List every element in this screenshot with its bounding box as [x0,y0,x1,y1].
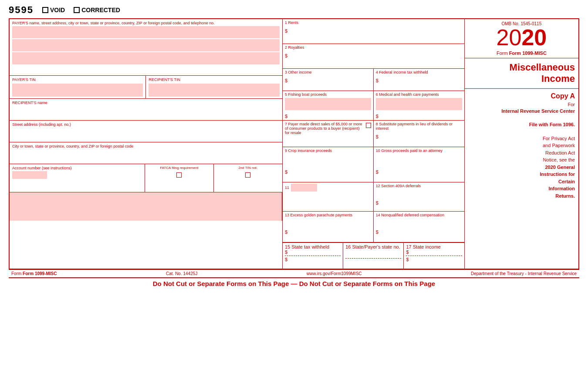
box14-input[interactable] [376,235,462,241]
corrected-option[interactable]: CORRECTED [74,7,120,13]
title-line1: Miscellaneous [510,62,575,73]
state-pink-area[interactable] [10,192,282,221]
box11-input[interactable] [291,184,317,192]
recipient-name-box: RECIPIENT'S name [10,99,282,121]
title-box: Miscellaneous Income [465,58,578,88]
account-label: Account number (see instructions) [12,166,142,170]
box910-row: 9 Crop insurance proceeds $ 10 Gross pro… [283,147,464,182]
box16-input1[interactable] [345,249,401,257]
fatca-box: FATCA filing requirement [145,164,214,192]
box14-label: 14 Nonqualified deferred compensation [376,213,462,217]
year-bold: 20 [521,25,547,50]
box13-label: 13 Excess golden parachute payments [285,213,371,217]
notice-line8: Information [548,186,575,191]
box1-input[interactable] [285,34,462,42]
fatca-checkbox[interactable] [176,172,182,178]
state-boxes-row: 15 State tax withheld $ $ 16 State/Payer… [283,242,464,269]
box2-field: 2 Royalties $ [283,44,464,69]
omb-box: OMB No. 1545-0115 2020 Form Form 1099-MI… [465,19,578,58]
misc-income-title: Miscellaneous Income [468,62,575,85]
city-label: City or town, state or province, country… [12,144,280,148]
tin2-checkbox[interactable] [245,172,250,178]
corrected-label: CORRECTED [81,7,120,13]
box13-dollar: $ [285,229,371,235]
box7-checkbox[interactable] [366,123,371,128]
city-input[interactable] [12,148,280,161]
box3-label: 3 Other income [285,70,371,74]
corrected-checkbox[interactable] [74,7,80,13]
fatca-label: FATCA filing requirement [147,166,212,170]
payer-tin-label: PAYER'S TIN [12,77,143,82]
box11-field: 11 [283,182,374,211]
recipient-tin-label: RECIPIENT'S TIN [149,77,279,82]
copy-a-title: Copy A [468,92,575,100]
recipient-name-input[interactable] [12,105,280,117]
box10-dollar: $ [376,169,462,175]
box4-input[interactable] [376,83,462,89]
form-main: PAYER'S name, street address, city or to… [9,18,579,269]
footer-bottom: Do Not Cut or Separate Forms on This Pag… [9,277,579,289]
box4-dollar: $ [376,78,462,83]
box14-field: 14 Nonqualified deferred compensation $ [374,212,464,242]
box3-input[interactable] [285,83,371,89]
account-input[interactable] [12,171,47,179]
box12-space [376,188,462,197]
box4-field: 4 Federal income tax withheld $ [374,69,464,91]
box14-space [376,217,462,226]
box12-input[interactable] [376,205,462,210]
box15-field: 15 State tax withheld $ $ [283,243,343,269]
box2-label: 2 Royalties [285,45,462,50]
box78-row: 7 Payer made direct sales of $5,000 or m… [283,121,464,147]
title-line2: Income [541,73,575,84]
box7-field: 7 Payer made direct sales of $5,000 or m… [283,121,374,147]
box10-input[interactable] [376,175,462,181]
void-option[interactable]: VOID [42,7,65,13]
form-1099-misc-label: Form Form 1099-MISC [467,50,576,56]
box6-input[interactable] [376,98,462,110]
footer-bottom-text: Do Not Cut or Separate Forms on This Pag… [153,280,435,287]
box14-dollar: $ [376,229,462,235]
box2-input[interactable] [285,58,462,67]
box3-dollar: $ [285,78,371,83]
payer-tin-input[interactable] [12,84,143,97]
file-with-label: File with Form 1096. [468,121,575,128]
for-label: For [568,102,575,107]
street-input[interactable] [12,127,280,139]
city-box: City or town, state or province, country… [10,142,282,164]
box16-label: 16 State/Payer's state no. [345,244,401,249]
payer-address-input[interactable] [12,39,280,51]
footer-form-bold: Form 1099-MISC [23,271,57,276]
box9-space [285,153,371,166]
box10-space [376,153,462,166]
notice-line4: Notice, see the [543,157,575,162]
box13-input[interactable] [285,235,371,241]
box2-dollar: $ [285,53,462,58]
void-checkbox[interactable] [42,7,48,13]
box9-input[interactable] [285,175,371,181]
void-label: VOID [50,7,65,13]
tin2-label: 2nd TIN not. [216,166,280,170]
tin2-box: 2nd TIN not. [214,164,282,192]
box6-label: 6 Medical and health care payments [376,92,462,97]
footer-website: www.irs.gov/Form1099MISC [307,271,362,276]
year-thin: 20 [497,25,522,50]
box6-dollar: $ [376,114,462,119]
payer-city-input[interactable] [12,52,280,64]
box13-space [285,217,371,226]
box5-input[interactable] [285,98,371,110]
box11-space [285,192,371,205]
box1-field: 1 Rents $ [283,19,464,44]
box16-input2[interactable] [345,259,401,267]
footer-info: Form Form 1099-MISC Cat. No. 14425J www.… [9,269,579,277]
box56-row: 5 Fishing boat proceeds $ 6 Medical and … [283,91,464,121]
box12-dollar: $ [376,200,462,205]
street-label: Street address (including apt. no.) [12,122,280,127]
box17-dollar1: $ [406,249,462,255]
notice-line3: Reduction Act [545,150,575,155]
payer-name-input[interactable] [12,26,280,38]
notice-section: For Privacy Act and Paperwork Reduction … [465,131,578,203]
box8-input[interactable] [376,139,462,145]
recipient-tin-input[interactable] [149,84,279,97]
box11-label: 11 [285,185,289,190]
box17-label: 17 State income [406,244,462,249]
